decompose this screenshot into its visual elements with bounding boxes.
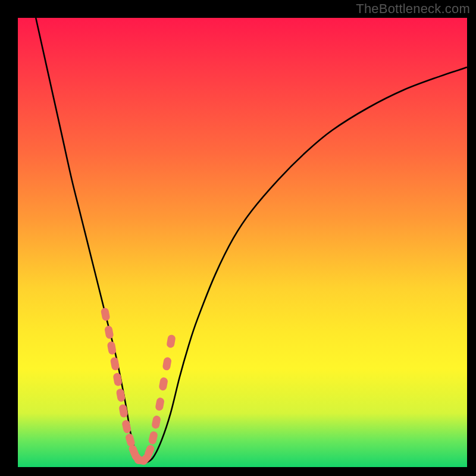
curve-svg — [18, 18, 467, 467]
marker-capsule — [110, 356, 120, 371]
marker-capsule — [151, 415, 161, 429]
marker-capsule — [162, 356, 172, 371]
marker-capsule — [118, 404, 129, 418]
marker-capsule — [155, 397, 165, 411]
highlight-markers — [101, 307, 176, 466]
marker-capsule — [158, 377, 168, 391]
chart-frame: TheBottleneck.com — [0, 0, 476, 476]
marker-capsule — [104, 325, 114, 339]
marker-capsule — [112, 372, 123, 387]
marker-capsule — [166, 334, 176, 349]
marker-capsule — [107, 341, 117, 355]
marker-capsule — [116, 388, 126, 402]
marker-capsule — [101, 307, 111, 321]
plot-area — [18, 18, 467, 467]
marker-capsule — [148, 431, 158, 445]
bottleneck-curve — [36, 18, 467, 463]
watermark-text: TheBottleneck.com — [356, 1, 470, 17]
